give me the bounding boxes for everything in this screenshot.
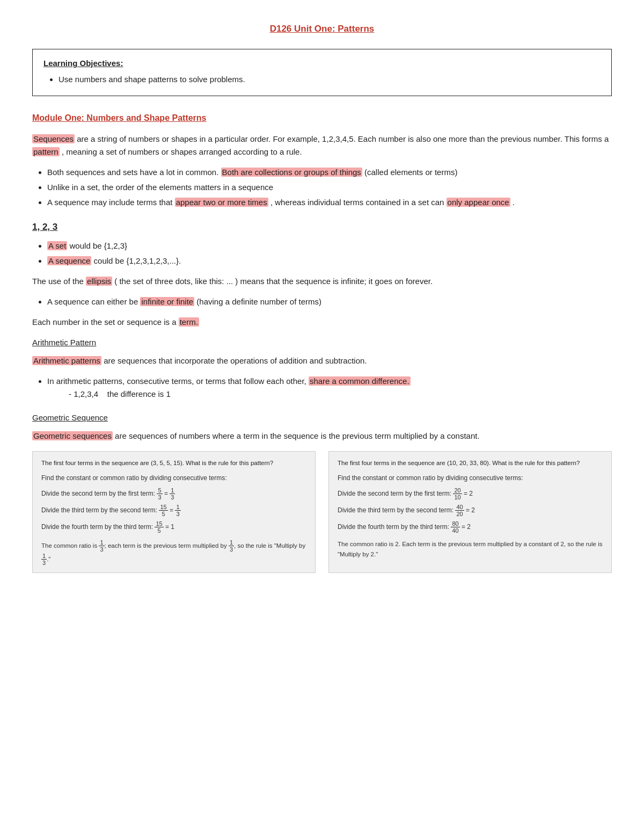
learning-objectives-title: Learning Objectives: bbox=[43, 57, 601, 70]
a-set-item: A set would be {1,2,3} bbox=[47, 240, 612, 252]
example-left-conclusion: The common ratio is 13; each term is the… bbox=[41, 539, 306, 566]
arithmetic-pattern-title: Arithmetic Pattern bbox=[32, 336, 612, 349]
learning-objectives-list: Use numbers and shape patterns to solve … bbox=[58, 73, 601, 86]
example-right-steps-header: Find the constant or common ratio by div… bbox=[338, 473, 603, 483]
a-set-highlight: A set bbox=[47, 241, 67, 250]
module-one-title: Module One: Numbers and Shape Patterns bbox=[32, 111, 612, 125]
geometric-sequences-highlight: Geometric sequences bbox=[32, 431, 113, 440]
a-sequence-highlight: A sequence bbox=[47, 256, 91, 265]
example-left-steps-header: Find the constant or common ratio by div… bbox=[41, 473, 306, 483]
example-right-header: The first four terms in the sequence are… bbox=[338, 458, 603, 468]
sequences-intro-text: are a string of numbers or shapes in a p… bbox=[77, 134, 609, 143]
set-sequence-list: A set would be {1,2,3} A sequence could … bbox=[47, 240, 612, 267]
collections-highlight: Both are collections or groups of things bbox=[221, 168, 362, 177]
pattern-highlight: pattern bbox=[32, 147, 60, 156]
sequences-bullets: Both sequences and sets have a lot in co… bbox=[47, 166, 612, 209]
example-right-step3: Divide the fourth term by the third term… bbox=[338, 520, 603, 534]
arithmetic-common-diff: In arithmetic patterns, consecutive term… bbox=[47, 375, 612, 401]
sequences-intro-end: , meaning a set of numbers or shapes arr… bbox=[62, 147, 302, 156]
example-box-right: The first four terms in the sequence are… bbox=[328, 451, 612, 574]
arithmetic-bullets: In arithmetic patterns, consecutive term… bbox=[47, 375, 612, 401]
bullet-appear: A sequence may include terms that appear… bbox=[47, 196, 612, 209]
arithmetic-sub-item: 1,2,3,4 the difference is 1 bbox=[69, 388, 612, 401]
arithmetic-pattern-section: Arithmetic Pattern Arithmetic patterns a… bbox=[32, 336, 612, 401]
geometric-sequence-title: Geometric Sequence bbox=[32, 411, 612, 424]
example-box-left: The first four terms in the sequence are… bbox=[32, 451, 316, 574]
appear-highlight: appear two or more times bbox=[175, 198, 268, 207]
term-highlight: term. bbox=[179, 317, 199, 327]
term-paragraph: Each number in the set or sequence is a … bbox=[32, 316, 612, 329]
arithmetic-sub-bullets: 1,2,3,4 the difference is 1 bbox=[69, 388, 612, 401]
page-title: D126 Unit One: Patterns bbox=[32, 21, 612, 36]
infinite-finite-item: A sequence can either be infinite or fin… bbox=[47, 295, 612, 308]
ellipsis-highlight: ellipsis bbox=[86, 277, 112, 286]
infinite-finite-highlight: infinite or finite bbox=[140, 297, 194, 306]
infinite-finite-list: A sequence can either be infinite or fin… bbox=[47, 295, 612, 308]
example-left-step3: Divide the fourth term by the third term… bbox=[41, 520, 306, 534]
example-right-step1: Divide the second term by the first term… bbox=[338, 487, 603, 501]
example-right-conclusion: The common ratio is 2. Each term is the … bbox=[338, 539, 603, 559]
geometric-sequence-paragraph: Geometric sequences are sequences of num… bbox=[32, 430, 612, 443]
once-highlight: only appear once bbox=[447, 198, 510, 207]
geometric-sequences-text: are sequences of numbers where a term in… bbox=[115, 431, 480, 440]
examples-row: The first four terms in the sequence are… bbox=[32, 451, 612, 574]
one-two-three-heading: 1, 2, 3 bbox=[32, 220, 612, 234]
learning-objectives-item: Use numbers and shape patterns to solve … bbox=[58, 73, 601, 86]
sequences-intro-paragraph: Sequences are a string of numbers or sha… bbox=[32, 133, 612, 158]
module-one-section: Module One: Numbers and Shape Patterns S… bbox=[32, 111, 612, 209]
arithmetic-pattern-paragraph: Arithmetic patterns are sequences that i… bbox=[32, 354, 612, 367]
learning-objectives-box: Learning Objectives: Use numbers and sha… bbox=[32, 49, 612, 96]
example-right-step2: Divide the third term by the second term… bbox=[338, 504, 603, 517]
common-diff-highlight: share a common difference. bbox=[309, 376, 411, 386]
arithmetic-patterns-highlight: Arithmetic patterns bbox=[32, 356, 101, 365]
bullet-order: Unlike in a set, the order of the elemen… bbox=[47, 181, 612, 194]
ellipsis-paragraph: The use of the ellipsis ( the set of thr… bbox=[32, 275, 612, 288]
geometric-sequence-section: Geometric Sequence Geometric sequences a… bbox=[32, 411, 612, 574]
example-left-header: The first four terms in the sequence are… bbox=[41, 458, 306, 468]
sequences-highlight: Sequences bbox=[32, 134, 75, 143]
example-left-step1: Divide the second term by the first term… bbox=[41, 487, 306, 501]
a-sequence-item: A sequence could be {1,2,3,1,2,3,...}. bbox=[47, 255, 612, 267]
example-left-step2: Divide the third term by the second term… bbox=[41, 504, 306, 517]
bullet-collections: Both sequences and sets have a lot in co… bbox=[47, 166, 612, 179]
